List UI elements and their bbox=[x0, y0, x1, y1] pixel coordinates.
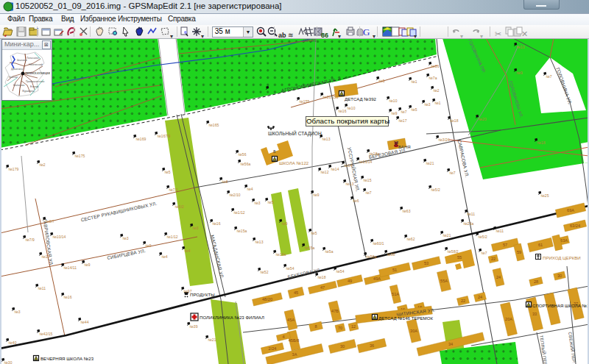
svg-text:№13: №13 bbox=[346, 182, 354, 186]
svg-text:№21: №21 bbox=[426, 161, 434, 165]
svg-text:8: 8 bbox=[314, 324, 317, 329]
svg-text:24: 24 bbox=[478, 295, 482, 299]
svg-text:№17: №17 bbox=[399, 118, 407, 123]
svg-text:№16: №16 bbox=[213, 221, 221, 226]
svg-text:№9: №9 bbox=[282, 221, 288, 226]
svg-text:№54: №54 bbox=[336, 269, 345, 274]
svg-text:№11: №11 bbox=[468, 212, 476, 216]
svg-text:№5а: №5а bbox=[325, 249, 334, 254]
svg-text:№5: №5 bbox=[268, 200, 274, 204]
svg-text:№7/1: №7/1 bbox=[169, 188, 179, 192]
svg-text:49: 49 bbox=[348, 279, 352, 283]
svg-text:№2/10: №2/10 bbox=[230, 193, 241, 197]
svg-text:№10: №10 bbox=[517, 45, 525, 49]
svg-text:№7: №7 bbox=[401, 110, 407, 114]
svg-text:ВЕЧЕРНЯЯ ШКОЛА №23: ВЕЧЕРНЯЯ ШКОЛА №23 bbox=[40, 356, 94, 361]
svg-text:№14/11: №14/11 bbox=[64, 265, 77, 270]
svg-text:№7: №7 bbox=[450, 171, 456, 175]
svg-text:№14: №14 bbox=[331, 167, 339, 171]
svg-text:№40: №40 bbox=[9, 340, 17, 345]
svg-text:30А: 30А bbox=[410, 329, 417, 333]
svg-text:№56а: №56а bbox=[241, 162, 251, 166]
svg-text:№5/2: №5/2 bbox=[175, 204, 185, 209]
svg-text:№16: №16 bbox=[431, 64, 440, 68]
svg-text:№10: №10 bbox=[348, 106, 356, 110]
svg-text:№63: №63 bbox=[403, 209, 411, 213]
svg-text:70: 70 bbox=[338, 326, 342, 330]
svg-text:№58: №58 bbox=[387, 252, 395, 257]
svg-text:28: 28 bbox=[534, 279, 538, 284]
svg-text:№4: №4 bbox=[185, 249, 191, 253]
svg-text:№7: №7 bbox=[366, 190, 372, 195]
svg-text:№9: №9 bbox=[314, 193, 320, 197]
svg-text:Журавлево: Журавлево bbox=[22, 90, 35, 93]
svg-text:САВРАСОВА УЛ.: САВРАСОВА УЛ. bbox=[457, 139, 470, 178]
svg-text:№16а: №16а bbox=[276, 252, 286, 257]
svg-text:№10/14: №10/14 bbox=[53, 235, 66, 239]
svg-text:ПРОДУКТЫ: ПРОДУКТЫ bbox=[190, 292, 215, 297]
svg-text:№18а: №18а bbox=[370, 151, 380, 156]
svg-text:45А: 45А bbox=[287, 318, 294, 322]
svg-text:№58/2: №58/2 bbox=[448, 249, 459, 254]
svg-text:№16: №16 bbox=[339, 109, 347, 113]
svg-text:№4: №4 bbox=[247, 187, 253, 191]
svg-text:Полысаево: Полысаево bbox=[27, 57, 39, 60]
svg-text:61: 61 bbox=[538, 243, 543, 247]
svg-text:№54: №54 bbox=[286, 266, 294, 271]
svg-text:30: 30 bbox=[557, 274, 562, 278]
svg-text:№39: №39 bbox=[190, 324, 198, 329]
svg-text:№62: №62 bbox=[407, 237, 415, 241]
svg-text:№5: №5 bbox=[165, 170, 171, 174]
svg-text:№5/2: №5/2 bbox=[479, 235, 488, 239]
svg-text:47Б: 47Б bbox=[331, 309, 339, 313]
svg-text:№52: №52 bbox=[261, 270, 269, 274]
svg-text:3А: 3А bbox=[292, 352, 297, 357]
svg-text:№155: №155 bbox=[300, 99, 310, 104]
svg-text:№15а: №15а bbox=[237, 229, 247, 233]
svg-text:51: 51 bbox=[392, 268, 397, 272]
svg-text:№58а: №58а bbox=[367, 254, 377, 259]
svg-text:№1/12: №1/12 bbox=[167, 235, 178, 239]
svg-text:№167/9: №167/9 bbox=[158, 134, 171, 138]
svg-text:№3: №3 bbox=[255, 201, 261, 205]
svg-text:№16: №16 bbox=[64, 295, 72, 299]
svg-text:№1: №1 bbox=[435, 101, 441, 105]
svg-text:ДЕТСАД №392: ДЕТСАД №392 bbox=[345, 96, 377, 101]
svg-text:ГАВРИЛОВСКАЯ УЛ.: ГАВРИЛОВСКАЯ УЛ. bbox=[42, 218, 54, 266]
svg-text:53: 53 bbox=[424, 261, 428, 265]
svg-text:№5: №5 bbox=[311, 231, 317, 235]
svg-text:57: 57 bbox=[503, 243, 507, 247]
svg-text:ШКОЛА №122: ШКОЛА №122 bbox=[279, 160, 309, 165]
svg-text:12: 12 bbox=[351, 324, 356, 329]
svg-text:49А: 49А bbox=[373, 276, 381, 281]
svg-text:59: 59 bbox=[517, 250, 521, 254]
svg-text:22: 22 bbox=[491, 257, 495, 261]
svg-text:ПОЛИКЛИНИКА №23 ФИЛИАЛ: ПОЛИКЛИНИКА №23 ФИЛИАЛ bbox=[200, 315, 264, 320]
svg-text:24: 24 bbox=[496, 275, 501, 279]
svg-text:№10: №10 bbox=[389, 99, 398, 103]
svg-text:№165: №165 bbox=[209, 123, 219, 127]
svg-text:№2: №2 bbox=[40, 163, 46, 167]
svg-text:45: 45 bbox=[294, 290, 298, 295]
svg-text:№55а: №55а bbox=[305, 246, 315, 250]
svg-text:№30: №30 bbox=[4, 360, 13, 364]
svg-text:20А: 20А bbox=[505, 317, 512, 321]
svg-text:№14: №14 bbox=[345, 163, 353, 168]
svg-text:Шабаново: Шабаново bbox=[13, 84, 24, 87]
svg-text:№1: №1 bbox=[412, 79, 417, 84]
svg-text:55А: 55А bbox=[440, 279, 448, 283]
svg-text:№3: №3 bbox=[15, 310, 21, 314]
svg-text:№6: №6 bbox=[353, 199, 359, 203]
svg-text:№5/2: №5/2 bbox=[431, 188, 441, 192]
svg-text:63А: 63А bbox=[560, 238, 568, 243]
svg-text:ДЕТСАД №146 ТЕРЕМОК: ДЕТСАД №146 ТЕРЕМОК bbox=[378, 315, 433, 321]
svg-text:ШКОЛЬНЫЙ СТАДИОН: ШКОЛЬНЫЙ СТАДИОН bbox=[268, 130, 322, 137]
svg-text:№97: №97 bbox=[184, 289, 192, 293]
svg-text:№11: №11 bbox=[496, 229, 504, 233]
svg-text:Промышленново: Промышленново bbox=[26, 80, 44, 83]
svg-text:№20,153: №20,153 bbox=[323, 95, 339, 99]
svg-text:Красное: Красное bbox=[9, 76, 18, 79]
svg-text:№12: №12 bbox=[42, 254, 50, 259]
svg-text:47: 47 bbox=[320, 285, 325, 290]
svg-text:№18: №18 bbox=[537, 140, 546, 145]
